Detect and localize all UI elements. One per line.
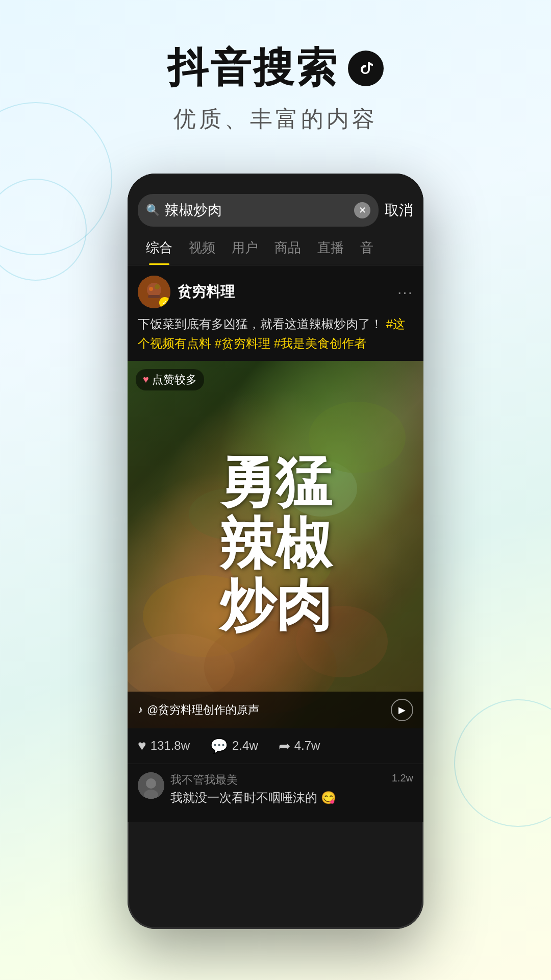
comments-area: 我不管我最美 我就没一次看时不咽唾沫的 😋 1.2w [128, 764, 423, 822]
search-input-box[interactable]: 🔍 辣椒炒肉 ✕ [138, 194, 379, 227]
search-query-text: 辣椒炒肉 [165, 201, 349, 220]
interaction-bar: ♥ 131.8w 💬 2.4w ➦ 4.7w [128, 728, 423, 764]
username[interactable]: 贫穷料理 [178, 282, 235, 302]
share-interaction[interactable]: ➦ 4.7w [279, 738, 320, 754]
tab-综合[interactable]: 综合 [138, 235, 181, 265]
like-icon: ♥ [138, 738, 146, 754]
clear-icon: ✕ [359, 205, 366, 216]
share-count: 4.7w [294, 739, 320, 753]
commenter-avatar [138, 772, 164, 799]
like-interaction[interactable]: ♥ 131.8w [138, 738, 190, 754]
audio-info: ♪ @贫穷料理创作的原声 [138, 702, 386, 718]
avatar[interactable]: ✓ [138, 276, 170, 308]
svg-point-1 [147, 283, 161, 297]
post-description: 下饭菜到底有多凶猛，就看这道辣椒炒肉了！ #这个视频有点料 #贫穷料理 #我是美… [128, 314, 423, 361]
cancel-search-button[interactable]: 取消 [385, 201, 413, 220]
search-icon: 🔍 [146, 204, 160, 217]
comment-count: 2.4w [232, 739, 258, 753]
main-title-container: 抖音搜索 [0, 41, 551, 96]
clear-search-button[interactable]: ✕ [354, 202, 370, 218]
share-icon: ➦ [279, 738, 290, 754]
commenter-name: 我不管我最美 [170, 772, 386, 788]
svg-rect-4 [148, 295, 160, 298]
commenter-avatar-img [138, 772, 164, 799]
comment-item: 我不管我最美 我就没一次看时不咽唾沫的 😋 1.2w [138, 772, 413, 806]
bg-decoration-circle-3 [454, 699, 551, 827]
likes-badge-text: 点赞较多 [152, 372, 197, 387]
hashtag-3[interactable]: #我是美食创作者 [274, 336, 366, 350]
hashtag-2[interactable]: #贫穷料理 [215, 336, 270, 350]
tiktok-logo-icon [348, 51, 384, 86]
audio-text: @贫穷料理创作的原声 [147, 702, 259, 718]
tab-商品[interactable]: 商品 [266, 235, 309, 265]
video-overlay-text: 勇猛辣椒炒肉 [128, 361, 423, 728]
likes-badge: ♥ 点赞较多 [136, 369, 204, 390]
tiktok-small-icon: ♪ [138, 704, 143, 716]
content-area: ✓ 贫穷料理 ··· 下饭菜到底有多凶猛，就看这道辣椒炒肉了！ #这个视频有点料… [128, 265, 423, 822]
app-title: 抖音搜索 [167, 41, 339, 96]
tab-音[interactable]: 音 [352, 235, 382, 265]
tabs-row: 综合 视频 用户 商品 直播 音 [128, 227, 423, 265]
phone-frame: 🔍 辣椒炒肉 ✕ 取消 综合 视频 用户 商品 直播 [128, 174, 423, 929]
tab-视频[interactable]: 视频 [181, 235, 223, 265]
post-header: ✓ 贫穷料理 ··· [128, 265, 423, 314]
video-calligraphy-text: 勇猛辣椒炒肉 [209, 442, 342, 647]
video-container[interactable]: 勇猛辣椒炒肉 ♥ 点赞较多 ♪ @贫穷料理创作的原声 ▶ [128, 361, 423, 728]
heart-icon: ♥ [143, 374, 149, 385]
like-count: 131.8w [151, 739, 190, 753]
tab-直播[interactable]: 直播 [309, 235, 352, 265]
phone-mockup: 🔍 辣椒炒肉 ✕ 取消 综合 视频 用户 商品 直播 [128, 174, 423, 929]
post-desc-text: 下饭菜到底有多凶猛，就看这道辣椒炒肉了！ [138, 317, 383, 331]
comment-interaction[interactable]: 💬 2.4w [210, 738, 258, 754]
user-info: ✓ 贫穷料理 [138, 276, 235, 308]
svg-point-2 [149, 287, 153, 291]
comment-text: 我就没一次看时不咽唾沫的 😋 [170, 790, 386, 806]
svg-point-3 [155, 284, 160, 289]
audio-bar: ♪ @贫穷料理创作的原声 ▶ [128, 692, 423, 728]
comment-icon: 💬 [210, 738, 228, 754]
play-button[interactable]: ▶ [391, 699, 413, 721]
video-background: 勇猛辣椒炒肉 [128, 361, 423, 728]
more-options-button[interactable]: ··· [397, 283, 413, 301]
svg-point-14 [146, 778, 156, 789]
tab-用户[interactable]: 用户 [223, 235, 266, 265]
play-icon: ▶ [398, 704, 406, 716]
comment-content: 我不管我最美 我就没一次看时不咽唾沫的 😋 [170, 772, 386, 806]
comment-likes: 1.2w [392, 772, 413, 784]
search-bar-area: 🔍 辣椒炒肉 ✕ 取消 [128, 174, 423, 227]
verified-badge: ✓ [159, 297, 170, 308]
